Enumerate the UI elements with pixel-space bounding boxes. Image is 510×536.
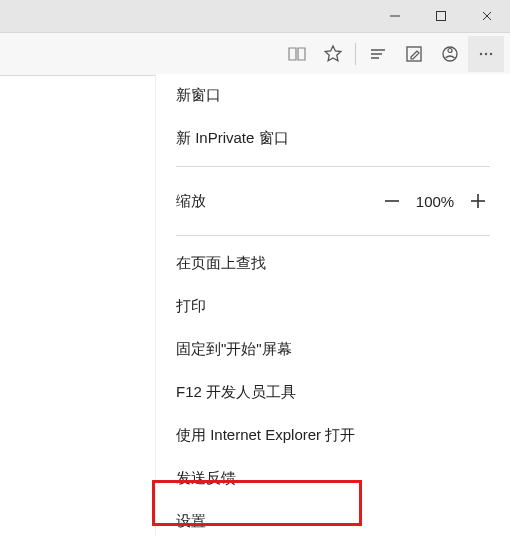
svg-point-11: [485, 53, 487, 55]
menu-divider: [176, 235, 490, 236]
zoom-label: 缩放: [176, 192, 206, 211]
reading-view-icon[interactable]: [279, 36, 315, 72]
menu-label: 新窗口: [176, 86, 221, 105]
menu-zoom-row: 缩放 100%: [156, 173, 510, 229]
menu-send-feedback[interactable]: 发送反馈: [156, 457, 510, 500]
svg-point-9: [448, 49, 452, 53]
browser-toolbar: [0, 33, 510, 76]
menu-settings[interactable]: 设置: [156, 500, 510, 536]
menu-divider: [176, 166, 490, 167]
menu-f12-tools[interactable]: F12 开发人员工具: [156, 371, 510, 414]
menu-label: 新 InPrivate 窗口: [176, 129, 289, 148]
menu-label: 设置: [176, 512, 206, 531]
menu-label: 固定到"开始"屏幕: [176, 340, 292, 359]
svg-point-10: [480, 53, 482, 55]
svg-rect-1: [437, 12, 446, 21]
menu-find-on-page[interactable]: 在页面上查找: [156, 242, 510, 285]
menu-new-inprivate[interactable]: 新 InPrivate 窗口: [156, 117, 510, 160]
share-icon[interactable]: [432, 36, 468, 72]
zoom-in-button[interactable]: [458, 181, 498, 221]
zoom-value: 100%: [412, 193, 458, 210]
menu-label: 使用 Internet Explorer 打开: [176, 426, 355, 445]
window-titlebar: [0, 0, 510, 33]
svg-point-12: [490, 53, 492, 55]
maximize-button[interactable]: [418, 0, 464, 32]
menu-label: 在页面上查找: [176, 254, 266, 273]
menu-pin-to-start[interactable]: 固定到"开始"屏幕: [156, 328, 510, 371]
menu-new-window[interactable]: 新窗口: [156, 74, 510, 117]
more-button[interactable]: [468, 36, 504, 72]
menu-open-with-ie[interactable]: 使用 Internet Explorer 打开: [156, 414, 510, 457]
hub-icon[interactable]: [360, 36, 396, 72]
more-menu: 新窗口 新 InPrivate 窗口 缩放 100% 在页面上查找 打印 固定到…: [156, 74, 510, 536]
web-note-icon[interactable]: [396, 36, 432, 72]
minimize-button[interactable]: [372, 0, 418, 32]
zoom-out-button[interactable]: [372, 181, 412, 221]
close-button[interactable]: [464, 0, 510, 32]
menu-print[interactable]: 打印: [156, 285, 510, 328]
toolbar-separator: [355, 43, 356, 65]
menu-label: F12 开发人员工具: [176, 383, 296, 402]
menu-label: 发送反馈: [176, 469, 236, 488]
menu-label: 打印: [176, 297, 206, 316]
favorite-icon[interactable]: [315, 36, 351, 72]
